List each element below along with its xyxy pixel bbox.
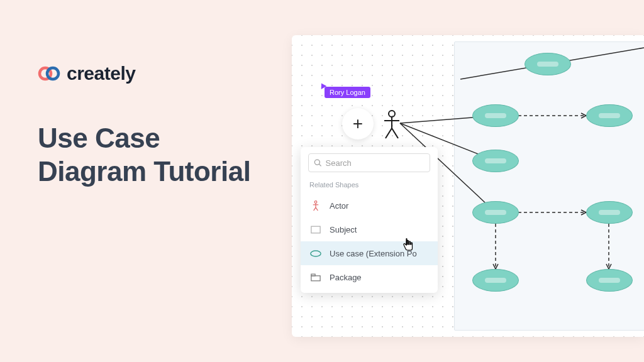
use-case-node[interactable]	[472, 201, 519, 224]
svg-point-10	[389, 111, 395, 117]
shape-option-usecase[interactable]: Use case (Extension Po	[301, 241, 438, 265]
left-column: creately Use Case Diagram Tutorial	[38, 63, 277, 189]
pointer-cursor-icon	[402, 238, 414, 251]
svg-point-17	[314, 200, 317, 203]
svg-point-23	[311, 251, 321, 256]
shape-option-label: Package	[330, 273, 362, 282]
use-case-node[interactable]	[525, 53, 571, 75]
shape-option-package[interactable]: Package	[301, 265, 438, 289]
actor-icon[interactable]	[382, 109, 401, 140]
svg-rect-25	[311, 274, 315, 276]
use-case-node[interactable]	[472, 269, 519, 292]
logo-mark-icon	[38, 66, 62, 81]
plus-icon: +	[353, 114, 363, 134]
shape-search-field[interactable]	[308, 153, 430, 172]
svg-point-15	[314, 160, 319, 165]
shape-option-label: Subject	[330, 225, 357, 234]
subject-shape-icon	[309, 224, 322, 235]
use-case-node[interactable]	[472, 150, 519, 172]
svg-rect-22	[311, 226, 320, 233]
svg-line-21	[316, 207, 318, 211]
shape-option-subject[interactable]: Subject	[301, 217, 438, 241]
add-shape-button[interactable]: +	[342, 108, 374, 140]
use-case-node[interactable]	[472, 104, 519, 127]
use-case-node[interactable]	[586, 269, 633, 292]
svg-line-14	[392, 128, 398, 138]
brand-logo: creately	[38, 63, 277, 84]
search-icon	[314, 158, 322, 167]
use-case-node[interactable]	[586, 201, 633, 224]
shape-option-label: Actor	[330, 201, 348, 211]
shapes-popover: Related Shapes Actor Subject	[301, 147, 438, 293]
page-title: Use Case Diagram Tutorial	[38, 122, 277, 189]
shape-option-actor[interactable]: Actor	[301, 194, 438, 217]
usecase-shape-icon	[309, 248, 322, 259]
svg-line-20	[314, 207, 316, 211]
brand-name: creately	[67, 63, 135, 84]
shape-search-input[interactable]	[326, 158, 425, 168]
svg-rect-24	[311, 275, 320, 280]
use-case-node[interactable]	[586, 104, 633, 127]
headline-line-1: Use Case	[38, 123, 160, 153]
diagram-canvas[interactable]: Rory Logan + Related Shapes	[292, 35, 644, 337]
collaborator-cursor-label: Rory Logan	[325, 87, 370, 98]
shapes-section-label: Related Shapes	[301, 178, 438, 194]
svg-point-1	[47, 68, 58, 79]
svg-line-16	[319, 164, 321, 166]
svg-line-13	[386, 128, 392, 138]
package-shape-icon	[309, 272, 322, 283]
headline-line-2: Diagram Tutorial	[38, 156, 250, 187]
actor-shape-icon	[309, 200, 322, 211]
